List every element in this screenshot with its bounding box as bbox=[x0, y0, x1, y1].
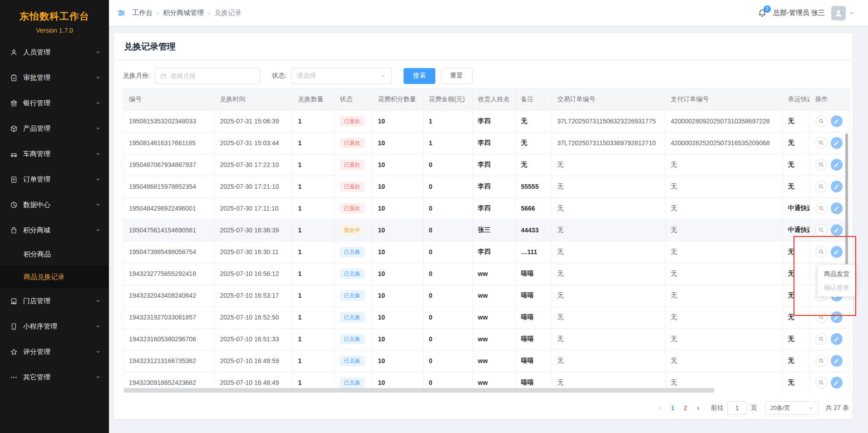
view-button[interactable] bbox=[815, 202, 827, 214]
table-row: 19504868159788523542025-07-30 17:21:101已… bbox=[123, 176, 850, 197]
view-button[interactable] bbox=[815, 115, 827, 127]
cell-courier: 中通快递 bbox=[782, 197, 809, 219]
notification-badge: 2 bbox=[764, 5, 771, 13]
sidebar-item-data-center[interactable]: 数据中心 bbox=[0, 192, 109, 217]
view-button[interactable] bbox=[815, 224, 827, 236]
cell-pay_no: 无 bbox=[665, 328, 782, 350]
cell-remark: 55555 bbox=[515, 176, 552, 197]
sidebar-item-store[interactable]: 门店管理 bbox=[0, 288, 109, 314]
cell-receiver: 李四 bbox=[472, 154, 515, 176]
goto-page-input[interactable] bbox=[727, 401, 747, 415]
cell-courier: 无 bbox=[782, 306, 809, 328]
chevron-down-icon bbox=[95, 75, 101, 80]
breadcrumb-item-workbench[interactable]: 工作台 bbox=[132, 9, 153, 17]
sidebar-item-other[interactable]: 其它管理 bbox=[0, 364, 109, 390]
ship-product-menu-item[interactable]: 商品发货 bbox=[818, 267, 856, 280]
search-button[interactable]: 搜索 bbox=[404, 68, 435, 84]
cell-status: 已兑换 bbox=[334, 306, 372, 328]
view-button[interactable] bbox=[815, 311, 827, 323]
cell-id: 1950486815978852354 bbox=[123, 176, 214, 197]
view-button[interactable] bbox=[815, 377, 827, 389]
breadcrumb-item-points-mall[interactable]: 积分商城管理 bbox=[163, 9, 204, 17]
sidebar-item-personnel[interactable]: 人员管理 bbox=[0, 39, 109, 65]
cell-id: 1950814616317661185 bbox=[123, 132, 214, 154]
edit-button[interactable] bbox=[831, 181, 843, 192]
sidebar-item-bank[interactable]: 银行管理 bbox=[0, 90, 109, 116]
notification-bell-button[interactable]: 2 bbox=[758, 9, 767, 18]
month-input[interactable] bbox=[170, 72, 255, 79]
table-row: 19432320434082406422025-07-10 16:53:171已… bbox=[123, 285, 850, 306]
sidebar-item-label: 银行管理 bbox=[23, 99, 95, 108]
table-body: 19508153532023480332025-07-31 15:06:391已… bbox=[123, 110, 850, 394]
cell-remark: …111 bbox=[515, 241, 552, 263]
cell-remark: 嘻嘻 bbox=[515, 350, 552, 372]
sidebar-item-rating[interactable]: 评分管理 bbox=[0, 339, 109, 364]
edit-button[interactable] bbox=[831, 115, 843, 127]
avatar[interactable] bbox=[831, 6, 846, 20]
vertical-scrollbar[interactable] bbox=[845, 133, 848, 266]
page-size-select[interactable]: 20条/页 bbox=[765, 401, 819, 415]
prev-page-button[interactable]: ‹ bbox=[654, 402, 666, 414]
cell-pay_no: 4200002809202507310358697228 bbox=[665, 110, 782, 132]
sidebar-item-product[interactable]: 产品管理 bbox=[0, 116, 109, 141]
horizontal-scrollbar[interactable] bbox=[123, 388, 715, 393]
topbar-right: 2 总部-管理员 张三 bbox=[758, 6, 854, 20]
table-row: 19508146163176611852025-07-31 15:03:441已… bbox=[123, 132, 850, 154]
cell-points: 10 bbox=[372, 154, 423, 176]
sidebar-subitem-points-goods[interactable]: 积分商品 bbox=[0, 243, 109, 266]
chevron-down-icon bbox=[95, 100, 101, 106]
chevron-down-icon[interactable] bbox=[849, 10, 854, 16]
view-button[interactable] bbox=[815, 246, 827, 258]
sidebar-item-approval[interactable]: 审批管理 bbox=[0, 65, 109, 90]
column-header-9: 支付订单编号 bbox=[665, 89, 782, 110]
sidebar-item-car-dealer[interactable]: 车商管理 bbox=[0, 141, 109, 167]
cell-remark: 44433 bbox=[515, 219, 552, 241]
sidebar-subitem-exchange-records[interactable]: 商品兑换记录 bbox=[0, 266, 109, 288]
page-number-1[interactable]: 1 bbox=[666, 402, 679, 414]
sidebar-item-order[interactable]: 订单管理 bbox=[0, 167, 109, 192]
view-button[interactable] bbox=[815, 355, 827, 367]
car-icon bbox=[10, 150, 18, 158]
cell-remark: 嘻嘻 bbox=[515, 328, 552, 350]
chevron-down-icon bbox=[95, 374, 101, 380]
view-button[interactable] bbox=[815, 333, 827, 345]
cell-actions bbox=[809, 350, 850, 372]
column-header-11: 操作 bbox=[809, 89, 850, 110]
edit-button[interactable] bbox=[831, 311, 843, 323]
edit-button[interactable] bbox=[831, 137, 843, 149]
month-filter-label: 兑换月份: bbox=[123, 72, 150, 80]
next-page-button[interactable]: › bbox=[692, 402, 705, 414]
cell-time: 2025-07-31 15:03:44 bbox=[214, 132, 292, 154]
month-picker[interactable] bbox=[155, 68, 260, 84]
page-number-2[interactable]: 2 bbox=[679, 402, 692, 414]
status-badge: 已退款 bbox=[340, 116, 365, 126]
edit-button[interactable] bbox=[831, 377, 843, 389]
cell-receiver: 李四 bbox=[472, 241, 515, 263]
edit-button[interactable] bbox=[831, 224, 843, 236]
status-badge: 已兑换 bbox=[340, 356, 365, 366]
cell-actions bbox=[809, 132, 850, 154]
cell-courier: 无 bbox=[782, 154, 809, 176]
edit-button[interactable] bbox=[831, 159, 843, 171]
view-button[interactable] bbox=[815, 159, 827, 171]
cell-remark: 无 bbox=[515, 110, 552, 132]
collapse-sidebar-icon[interactable] bbox=[117, 9, 126, 17]
edit-button[interactable] bbox=[831, 202, 843, 214]
edit-button[interactable] bbox=[831, 355, 843, 367]
cell-id: 1943231213166735362 bbox=[123, 350, 214, 372]
edit-button[interactable] bbox=[831, 333, 843, 345]
view-button[interactable] bbox=[815, 137, 827, 149]
reset-button[interactable]: 重置 bbox=[441, 68, 473, 84]
status-select[interactable]: 请选择 bbox=[291, 68, 392, 84]
cell-courier: 无 bbox=[782, 176, 809, 197]
cell-time: 2025-07-30 17:22:10 bbox=[214, 154, 292, 176]
cell-amount: 0 bbox=[423, 328, 472, 350]
sidebar-item-points-mall[interactable]: 积分商城 bbox=[0, 217, 109, 243]
cell-trade_no: 无 bbox=[552, 306, 665, 328]
cell-id: 1950473985498058754 bbox=[123, 241, 214, 263]
cell-time: 2025-07-10 16:52:50 bbox=[214, 306, 292, 328]
sidebar-item-miniapp[interactable]: 小程序管理 bbox=[0, 314, 109, 339]
view-button[interactable] bbox=[815, 181, 827, 192]
cell-status: 已退款 bbox=[334, 132, 372, 154]
edit-button[interactable] bbox=[831, 246, 843, 258]
